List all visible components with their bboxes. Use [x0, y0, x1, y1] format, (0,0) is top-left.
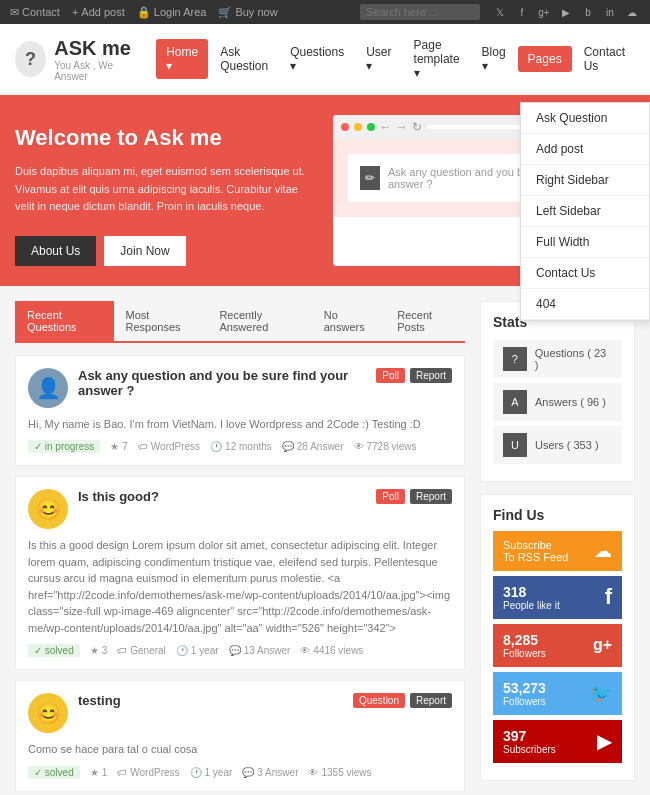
- qcard-title-row-2: Is this good? Poll Report: [78, 489, 452, 509]
- tab-recent-questions[interactable]: Recent Questions: [15, 301, 114, 341]
- status-badge-2: ✓ solved: [28, 644, 80, 657]
- topbar: ✉ Contact + Add post 🔒 Login Area 🛒 Buy …: [0, 0, 650, 24]
- browser-forward[interactable]: →: [396, 120, 408, 134]
- qcard-meta-3: ✓ solved ★ 1 🏷 WordPress 🕐 1 year 💬 3 An…: [28, 766, 452, 779]
- qcard-content-2: Is this good? Poll Report: [78, 489, 452, 509]
- report-badge-1[interactable]: Report: [410, 368, 452, 383]
- qcard-meta-1: ✓ in progress ★ 7 🏷 WordPress 🕐 12 month…: [28, 440, 452, 453]
- stat-answers-label: Answers ( 96 ): [535, 396, 606, 408]
- meta-answers-1: 💬 28 Answer: [282, 441, 344, 452]
- facebook-text: 318 People like it: [503, 584, 560, 611]
- pages-dropdown: Ask Question Add post Right Sidebar Left…: [520, 102, 650, 321]
- topbar-login[interactable]: 🔒 Login Area: [137, 6, 207, 19]
- topbar-addpost[interactable]: + Add post: [72, 6, 125, 18]
- rss-icon[interactable]: ☁: [624, 4, 640, 20]
- dd-ask-question[interactable]: Ask Question: [521, 103, 649, 134]
- question-desc-2: Is this a good design Lorem ipsum dolor …: [28, 537, 452, 636]
- question-card-1: 👤 Ask any question and you be sure find …: [15, 355, 465, 467]
- nav-ask-question[interactable]: Ask Question: [210, 39, 278, 79]
- twitter-icon-sidebar: 🐦: [590, 682, 612, 704]
- facebook-icon-sidebar: f: [605, 584, 612, 610]
- nav-user[interactable]: User ▾: [356, 39, 401, 79]
- search-input[interactable]: [360, 4, 480, 20]
- ask-box-icon: ✏: [360, 166, 380, 190]
- topbar-contact[interactable]: ✉ Contact: [10, 6, 60, 19]
- question-card-2: 😊 Is this good? Poll Report Is this a go…: [15, 476, 465, 670]
- facebook-icon[interactable]: f: [514, 4, 530, 20]
- report-badge-3[interactable]: Report: [410, 693, 452, 708]
- twitter-icon[interactable]: 𝕏: [492, 4, 508, 20]
- question-title-3[interactable]: testing: [78, 693, 121, 708]
- social-rss[interactable]: Subscribe To RSS Feed ☁: [493, 531, 622, 571]
- social-youtube[interactable]: 397 Subscribers ▶: [493, 720, 622, 763]
- browser-dot-red: [341, 123, 349, 131]
- question-title-1[interactable]: Ask any question and you be sure find yo…: [78, 368, 376, 398]
- tagline: You Ask , We Answer: [54, 60, 136, 82]
- tab-most-responses[interactable]: Most Responses: [114, 301, 208, 341]
- hero-buttons: About Us Join Now: [15, 236, 318, 266]
- meta-views-2: 👁 4416 views: [300, 645, 363, 656]
- qcard-title-row-3: testing Question Report: [78, 693, 452, 713]
- googleplus-icon[interactable]: g+: [536, 4, 552, 20]
- report-badge-2[interactable]: Report: [410, 489, 452, 504]
- qcard-meta-2: ✓ solved ★ 3 🏷 General 🕐 1 year 💬 13 Ans…: [28, 644, 452, 657]
- topbar-buy[interactable]: 🛒 Buy now: [218, 6, 277, 19]
- meta-votes-1: ★ 7: [110, 441, 128, 452]
- qcard-actions-3: Question Report: [353, 693, 452, 708]
- join-now-button[interactable]: Join Now: [104, 236, 185, 266]
- social-facebook[interactable]: 318 People like it f: [493, 576, 622, 619]
- youtube-icon[interactable]: ▶: [558, 4, 574, 20]
- social-google[interactable]: 8,285 Followers g+: [493, 624, 622, 667]
- question-title-2[interactable]: Is this good?: [78, 489, 159, 504]
- stat-questions: ? Questions ( 23 ): [493, 340, 622, 378]
- browser-back[interactable]: ←: [380, 120, 392, 134]
- status-badge-1: ✓ in progress: [28, 440, 100, 453]
- nav-contact[interactable]: Contact Us: [574, 39, 635, 79]
- header: ? ASK me You Ask , We Answer Home ▾ Ask …: [0, 24, 650, 95]
- tab-recent-posts[interactable]: Recent Posts: [385, 301, 465, 341]
- dd-add-post[interactable]: Add post: [521, 134, 649, 165]
- blogger-icon[interactable]: b: [580, 4, 596, 20]
- hero-title: Welcome to Ask me: [15, 125, 318, 151]
- nav-page-template[interactable]: Page template ▾: [404, 32, 470, 86]
- nav-pages[interactable]: Pages: [518, 46, 572, 72]
- social-twitter[interactable]: 53,273 Followers 🐦: [493, 672, 622, 715]
- browser-refresh[interactable]: ↻: [412, 120, 422, 134]
- browser-dot-yellow: [354, 123, 362, 131]
- users-icon: U: [503, 433, 527, 457]
- rss-text: Subscribe To RSS Feed: [503, 539, 568, 563]
- status-badge-3: ✓ solved: [28, 766, 80, 779]
- tab-no-answers[interactable]: No answers: [312, 301, 386, 341]
- qcard-actions-1: Poll Report: [376, 368, 452, 383]
- nav-questions[interactable]: Questions ▾: [280, 39, 354, 79]
- avatar-1: 👤: [28, 368, 68, 408]
- dd-right-sidebar[interactable]: Right Sidebar: [521, 165, 649, 196]
- questions-content: Recent Questions Most Responses Recently…: [15, 301, 465, 795]
- meta-votes-2: ★ 3: [90, 645, 108, 656]
- dd-contact-us[interactable]: Contact Us: [521, 258, 649, 289]
- stats-box: Stats ? Questions ( 23 ) A Answers ( 96 …: [480, 301, 635, 482]
- poll-badge-1[interactable]: Poll: [376, 368, 405, 383]
- meta-votes-3: ★ 1: [90, 767, 108, 778]
- avatar-3: 😊: [28, 693, 68, 733]
- answers-icon: A: [503, 390, 527, 414]
- hero-text: Welcome to Ask me Duis dapibus aliquam m…: [15, 115, 318, 266]
- nav-blog[interactable]: Blog ▾: [472, 39, 516, 79]
- stat-users-label: Users ( 353 ): [535, 439, 599, 451]
- dd-404[interactable]: 404: [521, 289, 649, 320]
- youtube-icon-sidebar: ▶: [597, 729, 612, 753]
- dd-left-sidebar[interactable]: Left Sidebar: [521, 196, 649, 227]
- question-badge-3[interactable]: Question: [353, 693, 405, 708]
- logo-text: ASK me You Ask , We Answer: [54, 37, 136, 82]
- question-tabs: Recent Questions Most Responses Recently…: [15, 301, 465, 343]
- meta-time-3: 🕐 1 year: [190, 767, 233, 778]
- twitter-text: 53,273 Followers: [503, 680, 546, 707]
- nav-home[interactable]: Home ▾: [156, 39, 208, 79]
- poll-badge-2[interactable]: Poll: [376, 489, 405, 504]
- dd-full-width[interactable]: Full Width: [521, 227, 649, 258]
- linkedin-icon[interactable]: in: [602, 4, 618, 20]
- about-us-button[interactable]: About Us: [15, 236, 96, 266]
- tab-recently-answered[interactable]: Recently Answered: [207, 301, 311, 341]
- qcard-content-3: testing Question Report: [78, 693, 452, 713]
- googleplus-icon-sidebar: g+: [593, 636, 612, 654]
